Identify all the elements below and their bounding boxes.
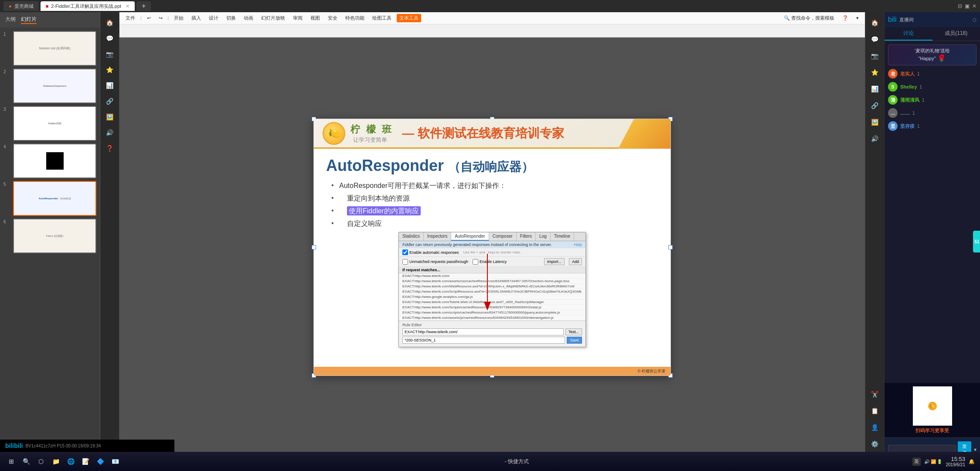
fiddler-tab-composer[interactable]: Composer	[489, 232, 517, 241]
list-item[interactable]: 1 Session List (全局列表)	[3, 31, 96, 66]
tab-ppt-fiddler[interactable]: ■ 2-Fiddler工具详解及应用实战.ppt ✕	[41, 1, 135, 11]
toolbar-file[interactable]: 文件	[123, 14, 138, 22]
slide-thumbnails[interactable]: 1 Session List (全局列表) 2 Statistics/Inspe…	[0, 27, 100, 471]
fiddler-info-bar: Fiddler can return previously generated …	[399, 241, 585, 248]
list-item[interactable]: EXACT:http://www.telerik.com/Scripts/cac…	[399, 305, 585, 310]
list-item[interactable]: EXACT:http://www.telerik.com/Telerik.Web…	[399, 300, 585, 305]
sound-icon[interactable]: 🔊	[103, 126, 117, 140]
toolbar-expand[interactable]: ▾	[854, 14, 861, 22]
taskbar-ime[interactable]: 英	[912, 457, 921, 466]
list-item[interactable]: 4	[3, 143, 96, 178]
question-icon[interactable]: ❓	[103, 141, 117, 155]
avatar: 老	[888, 69, 898, 78]
task-view-icon[interactable]: ⬡	[35, 455, 47, 468]
header-decoration	[618, 119, 670, 149]
fiddler-save-btn[interactable]: Save	[567, 337, 582, 344]
slide-canvas[interactable]: 🍋 柠 檬 班 让学习变简单 — 软件测试在线教育培训专家 AutoRespon…	[119, 38, 865, 457]
list-item[interactable]: 5 AutoResponder 自动响应器	[3, 181, 96, 216]
toolbar-review[interactable]: 审阅	[290, 14, 305, 22]
fiddler-response-input[interactable]	[402, 337, 565, 344]
image-icon[interactable]: 🖼️	[103, 110, 117, 124]
list-item[interactable]: EXACT:http://www.telerik.com/scripts/cac…	[399, 310, 585, 315]
toolbar-top: 文件 | ↩ ↪ | 开始 插入 设计 切换 动画 幻灯片放映 审阅 视图 安全…	[119, 12, 865, 24]
resize-handle-ml[interactable]	[312, 245, 316, 249]
right-icon-image[interactable]: 🖼️	[868, 115, 882, 129]
right-icon-chat[interactable]: 💬	[868, 32, 882, 46]
toolbar-insert[interactable]: 插入	[189, 14, 204, 22]
chat-tab-discussion[interactable]: 讨论	[885, 27, 932, 41]
list-item[interactable]: EXACT:http://www.telerik.com/assets/css/…	[399, 279, 585, 284]
fiddler-tab-log[interactable]: Log	[536, 232, 551, 241]
taskbar-extra2[interactable]: 📧	[109, 455, 121, 468]
star-icon[interactable]: ⭐	[103, 63, 117, 77]
list-item[interactable]: 2 Statistics/Inspectors	[3, 68, 96, 103]
enable-auto-checkbox[interactable]: Enable automatic responses	[402, 249, 459, 255]
toolbar-security[interactable]: 安全	[325, 14, 340, 22]
fiddler-tab-timeline[interactable]: Timeline	[551, 232, 574, 241]
panel-expand-btn[interactable]: ⬡	[973, 17, 977, 22]
fiddler-tab-filters[interactable]: Filters	[517, 232, 536, 241]
taskbar-extra1[interactable]: 🔷	[94, 455, 106, 468]
toolbar-search[interactable]: 🔍 查找命令，搜索模板	[781, 14, 837, 22]
taskbar-chrome-icon[interactable]: 🌐	[65, 455, 77, 468]
toolbar-features[interactable]: 特色功能	[343, 14, 367, 22]
list-item[interactable]: 3 Fiddler内容	[3, 106, 96, 141]
side-expand-btn[interactable]: 51	[973, 231, 980, 253]
search-taskbar-icon[interactable]: 🔍	[20, 455, 32, 468]
right-icon-cut[interactable]: ✂️	[868, 387, 882, 401]
home-icon[interactable]: 🏠	[103, 16, 117, 30]
right-icon-photo[interactable]: 📷	[868, 49, 882, 63]
fiddler-tab-statistics[interactable]: Statistics	[399, 232, 424, 241]
taskbar-wps-icon[interactable]: 📝	[79, 455, 92, 468]
list-item[interactable]: 6 Filters (过滤器)	[3, 218, 96, 253]
fiddler-test-btn[interactable]: Test...	[565, 328, 582, 335]
chat-icon[interactable]: 💬	[103, 31, 117, 45]
username: Shelley	[900, 84, 917, 89]
list-item[interactable]: EXACT:http://www.telerik.com/assets/js/c…	[399, 315, 585, 321]
toolbar-slideshow[interactable]: 幻灯片放映	[259, 14, 288, 22]
fiddler-import-btn[interactable]: Import...	[544, 258, 565, 265]
notification-icon[interactable]: 🔔	[969, 459, 975, 464]
fiddler-tab-autoresponder[interactable]: AutoResponder	[451, 232, 489, 241]
toolbar-animate[interactable]: 动画	[241, 14, 256, 22]
right-icon-user[interactable]: 👤	[868, 420, 882, 434]
toolbar-undo[interactable]: ↩	[144, 14, 153, 22]
right-icon-star[interactable]: ⭐	[868, 65, 882, 79]
chart-icon[interactable]: 📊	[103, 78, 117, 92]
sidebar-tab-outline[interactable]: 大纲	[5, 16, 16, 24]
toolbar-help[interactable]: ❓	[840, 14, 851, 22]
list-item[interactable]: EXACT:http://www.telerik.com/WebResource…	[399, 284, 585, 289]
right-icon-chart[interactable]: 📊	[868, 82, 882, 96]
camera-icon[interactable]: 📷	[103, 47, 117, 61]
unmatched-passthrough-checkbox[interactable]: Unmatched requests passthrough	[402, 259, 468, 265]
enable-latency-checkbox[interactable]: Enable Latency	[473, 259, 507, 265]
right-icon-link[interactable]: 🔗	[868, 99, 882, 113]
tab-add[interactable]: +	[136, 1, 151, 11]
resize-handle-mr[interactable]	[668, 245, 673, 249]
toolbar-redo[interactable]: ↪	[156, 14, 165, 22]
list-item[interactable]: EXACT:http://www.telerik.com/ScriptResou…	[399, 289, 585, 294]
toolbar-text-tool[interactable]: 文本工具	[397, 14, 421, 22]
toolbar-design[interactable]: 设计	[206, 14, 221, 22]
fiddler-add-btn[interactable]: Add	[569, 258, 582, 265]
list-item[interactable]: EXACT:http://www.telerik.com/	[399, 273, 585, 279]
toolbar-draw[interactable]: 绘图工具	[370, 14, 394, 22]
fiddler-tab-inspectors[interactable]: Inspectors	[424, 232, 451, 241]
fiddler-help-btn[interactable]: Help	[574, 242, 582, 247]
right-icon-settings[interactable]: ⚙️	[868, 437, 882, 451]
toolbar-switch[interactable]: 切换	[224, 14, 238, 22]
right-icon-sound[interactable]: 🔊	[868, 132, 882, 146]
start-button[interactable]: ⊞	[5, 455, 17, 468]
sidebar-tab-slides[interactable]: 幻灯片	[21, 16, 37, 24]
chat-tab-members[interactable]: 成员(118)	[932, 27, 980, 41]
fiddler-rule-input[interactable]	[402, 328, 564, 335]
right-icon-home[interactable]: 🏠	[868, 16, 882, 30]
link-icon[interactable]: 🔗	[103, 94, 117, 108]
taskbar-folder-icon[interactable]: 📁	[50, 455, 62, 468]
list-item[interactable]: EXACT:http://www.google-analytics.com/ga…	[399, 294, 585, 300]
right-icon-clipboard[interactable]: 📋	[868, 404, 882, 418]
taskbar: ⊞ 🔍 ⬡ 📁 🌐 📝 🔷 📧 - 快捷方式 英 🔊 📶 🔋 15:53 201…	[0, 452, 980, 471]
tab-shell-store[interactable]: ● 蛋壳商城	[3, 1, 39, 11]
toolbar-view[interactable]: 视图	[308, 14, 323, 22]
toolbar-start[interactable]: 开始	[171, 14, 186, 22]
